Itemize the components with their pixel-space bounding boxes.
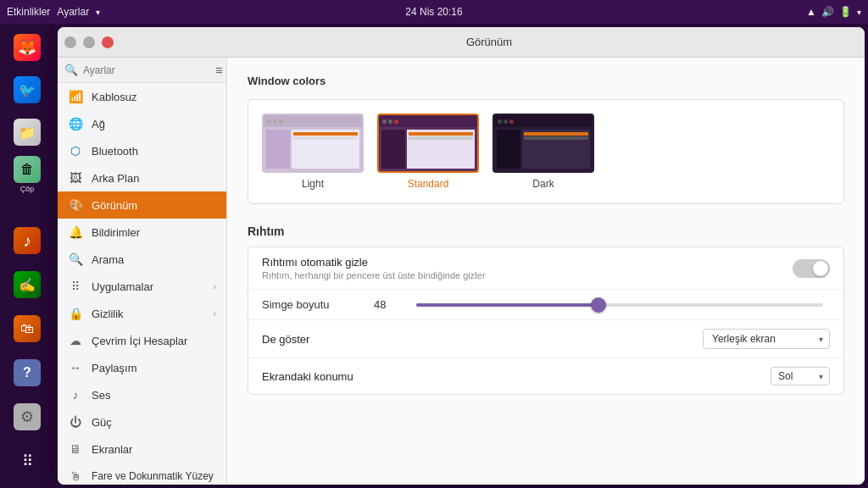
volume-icon: 🔊	[821, 6, 834, 18]
menu-hamburger-icon[interactable]: ≡	[215, 63, 223, 77]
preview-titlebar	[494, 115, 593, 127]
sidebar-item-label: Paylaşım	[92, 362, 136, 374]
sidebar-item-bildirimler[interactable]: 🔔 Bildirimler	[58, 219, 226, 246]
battery-icon: 🔋	[839, 6, 852, 18]
show-on-select[interactable]: Yerleşik ekran Tüm ekranlar	[703, 329, 830, 349]
light-theme-preview	[262, 114, 364, 173]
show-on-title: De göster	[262, 333, 693, 346]
window-maximize-button[interactable]	[83, 36, 95, 48]
sidebar-item-uygulamalar[interactable]: ⠿ Uygulamalar ›	[58, 273, 226, 300]
preview-dot	[509, 119, 514, 124]
taskbar-item-grid[interactable]: ⠿	[7, 441, 47, 481]
preview-dot	[388, 119, 392, 124]
trash-label: Çöp	[20, 185, 35, 193]
taskbar-item-thunderbird[interactable]: 🐦	[7, 69, 47, 110]
search-input[interactable]	[83, 64, 210, 76]
topbar-right: ▲ 🔊 🔋 ▾	[806, 6, 861, 18]
sidebar-item-paylasim[interactable]: ↔ Paylaşım	[58, 354, 226, 381]
position-select-wrap: Sol Alt Sağ ▾	[771, 367, 830, 385]
preview-titlebar	[264, 115, 362, 127]
dock-section-heading: Rıhtım	[248, 225, 844, 238]
show-on-select-wrap: Yerleşik ekran Tüm ekranlar ▾	[703, 329, 830, 349]
sidebar-item-ekranlar[interactable]: 🖥 Ekranlar	[58, 435, 226, 463]
sidebar-item-label: Güç	[92, 416, 112, 429]
sidebar-item-label: Gizlilik	[92, 308, 124, 320]
window-body: 🔍 ≡ 📶 Kablosuz 🌐 Ağ ⬡ Bluetooth �	[58, 58, 865, 485]
background-icon: 🖼	[68, 171, 83, 185]
icon-size-row: Simge boyutu 48	[248, 290, 843, 320]
theme-card-dark[interactable]: Dark	[492, 114, 594, 190]
icon-size-value: 48	[374, 298, 399, 311]
preview-dot	[394, 119, 398, 124]
sidebar-item-arka-plan[interactable]: 🖼 Arka Plan	[58, 164, 226, 191]
sidebar-item-ses[interactable]: ♪ Ses	[58, 381, 226, 408]
sidebar-item-fare[interactable]: 🖱 Fare ve Dokunmatik Yüzey	[58, 463, 226, 485]
theme-card-light[interactable]: Light	[262, 114, 364, 190]
sidebar-item-label: Arama	[92, 253, 124, 266]
theme-card-standard[interactable]: Standard	[377, 114, 479, 190]
sidebar-item-bluetooth[interactable]: ⬡ Bluetooth	[58, 137, 226, 164]
taskbar-bottom: ♪ ✍ 🛍 ? ⚙ ⠿	[7, 220, 47, 481]
sidebar-header: 🔍 ≡	[58, 58, 226, 83]
sidebar-item-label: Çevrim İçi Hesaplar	[92, 335, 187, 347]
auto-hide-toggle[interactable]	[793, 259, 830, 278]
wifi-sidebar-icon: 📶	[68, 90, 83, 103]
sound-icon: ♪	[68, 388, 83, 402]
taskbar-item-trash[interactable]: 🗑 Çöp	[7, 154, 47, 195]
icon-size-slider[interactable]	[416, 303, 823, 307]
sidebar-item-guc[interactable]: ⏻ Güç	[58, 408, 226, 435]
appearance-icon: 🎨	[68, 198, 83, 212]
wifi-icon: ▲	[806, 6, 816, 18]
preview-dot	[504, 119, 508, 124]
position-select[interactable]: Sol Alt Sağ	[771, 367, 830, 385]
mouse-icon: 🖱	[68, 469, 83, 483]
online-accounts-icon: ☁	[68, 334, 83, 347]
taskbar-item-libreoffice[interactable]: ✍	[7, 264, 47, 305]
taskbar-item-help[interactable]: ?	[7, 352, 47, 393]
privacy-icon: 🔒	[68, 307, 83, 320]
sidebar-item-kablosuz[interactable]: 📶 Kablosuz	[58, 83, 226, 110]
topbar: Etkinlikler Ayarlar ▾ 24 Nis 20:16 ▲ 🔊 🔋…	[0, 0, 868, 24]
icon-size-label: Simge boyutu	[262, 298, 364, 311]
taskbar-item-files[interactable]: 📁	[7, 112, 47, 152]
preview-dot	[498, 119, 502, 124]
settings-menu-label[interactable]: Ayarlar	[57, 6, 89, 18]
system-arrow-icon[interactable]: ▾	[857, 8, 861, 17]
slider-fill	[416, 303, 599, 307]
slider-knob[interactable]	[591, 297, 606, 313]
files-icon: 📁	[14, 119, 41, 146]
sidebar-item-cevrim-ici[interactable]: ☁ Çevrim İçi Hesaplar	[58, 327, 226, 354]
notifications-icon: 🔔	[68, 225, 83, 239]
auto-hide-subtitle: Rıhtım, herhangi bir pencere üst üste bi…	[262, 270, 782, 280]
search-sidebar-icon: 🔍	[68, 252, 83, 266]
sidebar-item-label: Ağ	[92, 118, 105, 130]
main-layout: 🦊 🐦 📁 🗑 Çöp ♪ ✍ 🛍 ? ⚙	[0, 24, 868, 488]
dark-theme-label: Dark	[532, 178, 554, 190]
topbar-datetime: 24 Nis 20:16	[405, 6, 462, 18]
dock-settings-box: Rıhtımı otomatik gizle Rıhtım, herhangi …	[248, 247, 844, 395]
taskbar-item-rhythmbox[interactable]: ♪	[7, 220, 47, 261]
taskbar-item-appstore[interactable]: 🛍	[7, 308, 47, 349]
sidebar-item-arama[interactable]: 🔍 Arama	[58, 246, 226, 273]
dark-theme-preview	[492, 114, 594, 173]
window-close-button[interactable]	[102, 36, 114, 48]
sidebar-item-label: Görünüm	[92, 199, 137, 212]
sidebar-item-label: Kablosuz	[92, 91, 136, 103]
sidebar-item-label: Bildirimler	[92, 226, 140, 239]
bluetooth-icon: ⬡	[68, 144, 83, 158]
sidebar-item-gizlilik[interactable]: 🔒 Gizlilik ›	[58, 300, 226, 327]
window-minimize-button[interactable]	[64, 36, 76, 48]
taskbar-item-firefox[interactable]: 🦊	[7, 27, 47, 68]
rhythmbox-icon: ♪	[14, 227, 41, 254]
trash-icon: 🗑	[14, 156, 41, 183]
grid-icon: ⠿	[14, 447, 41, 474]
power-icon: ⏻	[68, 415, 83, 429]
auto-hide-title: Rıhtımı otomatik gizle	[262, 256, 782, 269]
dock-section: Rıhtım Rıhtımı otomatik gizle Rıhtım, he…	[248, 225, 844, 395]
activities-label[interactable]: Etkinlikler	[7, 6, 50, 18]
topbar-left: Etkinlikler Ayarlar ▾	[7, 6, 100, 18]
sidebar-item-ag[interactable]: 🌐 Ağ	[58, 110, 226, 137]
sidebar-item-gorunum[interactable]: 🎨 Görünüm	[58, 191, 226, 219]
menu-arrow-icon: ▾	[96, 8, 100, 17]
taskbar-item-settings[interactable]: ⚙	[7, 396, 47, 437]
